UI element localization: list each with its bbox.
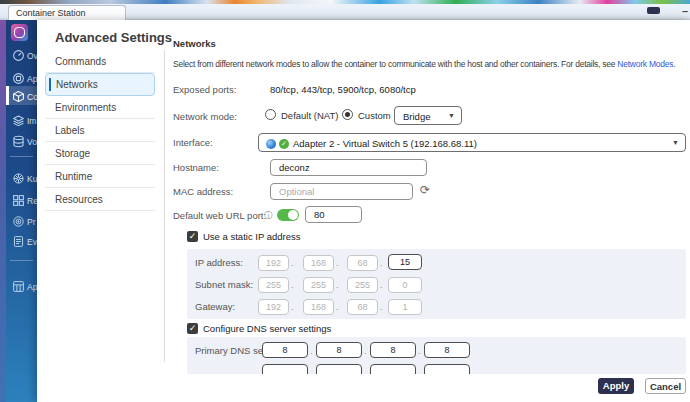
- sidebar-item-registries[interactable]: Re: [6, 192, 37, 210]
- octet-separator: .: [291, 258, 294, 268]
- subnet-mask-label: Subnet mask:: [195, 279, 253, 290]
- gateway-label: Gateway:: [195, 301, 235, 312]
- gateway-octet-3: 68: [347, 299, 378, 315]
- ip-octet-4[interactable]: 15: [388, 254, 422, 270]
- octet-separator: .: [380, 302, 383, 312]
- section-description: Select from different network modes to a…: [173, 59, 675, 69]
- secondary-dns-octet-3[interactable]: [370, 364, 416, 374]
- cancel-button[interactable]: Cancel: [645, 378, 686, 394]
- ip-address-label: IP address:: [195, 257, 243, 268]
- web-url-port-input[interactable]: 80: [305, 206, 362, 223]
- octet-separator: .: [380, 258, 383, 268]
- ip-octet-1: 192: [258, 255, 289, 271]
- web-url-port-toggle[interactable]: [277, 209, 299, 221]
- chevron-down-icon: ▼: [448, 112, 455, 119]
- static-ip-panel: IP address: 192 . 168 . 68 . 15 Subnet m…: [187, 249, 686, 319]
- window-tab-container-station[interactable]: Container Station: [8, 5, 126, 20]
- refresh-icon[interactable]: ⟳: [420, 183, 430, 197]
- octet-separator: .: [418, 346, 421, 356]
- sidebar-item-label: Pr: [27, 217, 36, 227]
- helm-wheel-icon: [12, 172, 25, 185]
- image-layers-icon: [12, 114, 25, 127]
- radio-custom-label: Custom: [358, 110, 391, 121]
- nav-item-runtime[interactable]: Runtime: [45, 165, 155, 188]
- octet-separator: .: [291, 280, 294, 290]
- sidebar-item-label: Ap: [27, 282, 37, 292]
- screen: Container Station – Ov Ap Co Im Vo: [0, 0, 690, 402]
- dialog-title: Advanced Settings: [55, 30, 172, 45]
- octet-separator: .: [310, 346, 313, 356]
- info-icon[interactable]: ⓘ: [264, 210, 273, 222]
- dns-checkbox[interactable]: ✓: [187, 323, 198, 334]
- gateway-octet-2: 168: [303, 299, 334, 315]
- nav-item-environments[interactable]: Environments: [45, 96, 155, 119]
- mac-address-input[interactable]: Optional: [270, 183, 413, 200]
- volume-database-icon: [12, 135, 25, 148]
- window-control-pill[interactable]: [647, 7, 660, 14]
- dns-octet-1[interactable]: 8: [262, 342, 308, 358]
- gateway-octet-4: 1: [388, 299, 422, 315]
- sidebar-item-preferences[interactable]: Pr: [6, 213, 37, 231]
- minimize-icon[interactable]: –: [682, 4, 688, 18]
- static-ip-checkbox[interactable]: ✓: [187, 231, 198, 242]
- network-modes-link[interactable]: Network Modes.: [617, 59, 675, 69]
- sidebar-item-events[interactable]: Ev: [6, 233, 37, 251]
- sidebar-item-containers[interactable]: Co: [6, 86, 37, 105]
- bridge-mode-select[interactable]: Bridge ▼: [394, 106, 462, 125]
- container-station-logo[interactable]: [11, 24, 28, 41]
- exposed-ports-value: 80/tcp, 443/tcp, 5900/tcp, 6080/tcp: [270, 84, 416, 95]
- interface-select[interactable]: ✓ Adapter 2 - Virtual Switch 5 (192.168.…: [258, 133, 686, 152]
- sidebar-item-label: Im: [27, 116, 36, 126]
- sidebar-item-images[interactable]: Im: [6, 112, 37, 130]
- gauge-icon: [12, 49, 25, 62]
- dialog-divider: [164, 50, 165, 362]
- container-cube-icon: [12, 90, 25, 103]
- dns-octet-4[interactable]: 8: [424, 342, 470, 358]
- nav-item-storage[interactable]: Storage: [45, 142, 155, 165]
- exposed-ports-label: Exposed ports:: [173, 84, 236, 95]
- dns-octet-3[interactable]: 8: [370, 342, 416, 358]
- nav-item-labels[interactable]: Labels: [45, 119, 155, 142]
- web-url-port-label: Default web URL port:: [173, 210, 266, 221]
- window-tab-title: Container Station: [16, 8, 86, 18]
- octet-separator: .: [336, 280, 339, 290]
- sidebar-item-label: Co: [27, 92, 37, 102]
- nav-item-resources[interactable]: Resources: [45, 188, 155, 211]
- octet-separator: .: [364, 346, 367, 356]
- subnet-octet-4: 0: [388, 277, 422, 293]
- hostname-label: Hostname:: [173, 162, 219, 173]
- sidebar-item-label: Re: [27, 196, 37, 206]
- sidebar-item-label: Ov: [27, 51, 37, 61]
- sidebar-item-kubernetes[interactable]: Ku: [6, 170, 37, 188]
- static-ip-checkbox-label: Use a static IP address: [203, 231, 301, 242]
- window-titlebar: Container Station –: [0, 4, 690, 20]
- radio-default-nat-label: Default (NAT): [281, 110, 338, 121]
- secondary-dns-octet-4[interactable]: [424, 364, 470, 374]
- sidebar-divider: [10, 260, 33, 261]
- registry-grid-icon: [12, 194, 25, 207]
- network-mode-label: Network mode:: [173, 111, 237, 122]
- dns-panel: Primary DNS server: 8 . 8 . 8 . 8: [187, 337, 686, 374]
- sidebar-item-overview[interactable]: Ov: [6, 47, 37, 65]
- ip-octet-3: 68: [347, 255, 378, 271]
- interface-label: Interface:: [173, 137, 213, 148]
- secondary-dns-octet-2[interactable]: [316, 364, 362, 374]
- secondary-dns-octet-1[interactable]: [262, 364, 308, 374]
- nav-item-commands[interactable]: Commands: [45, 50, 155, 73]
- sidebar-item-volumes[interactable]: Vo: [6, 133, 37, 151]
- nav-item-networks[interactable]: Networks: [45, 73, 155, 96]
- status-ok-icon: ✓: [279, 139, 289, 149]
- hostname-input[interactable]: deconz: [270, 159, 427, 176]
- apply-button[interactable]: Apply: [598, 378, 634, 394]
- dns-octet-2[interactable]: 8: [316, 342, 362, 358]
- sidebar-item-app-templates[interactable]: Ap: [6, 278, 37, 296]
- sidebar-item-label: Ev: [27, 237, 37, 247]
- radio-custom[interactable]: [342, 109, 353, 120]
- dns-checkbox-label: Configure DNS server settings: [203, 323, 331, 334]
- ip-octet-2: 168: [303, 255, 334, 271]
- chevron-down-icon: ▼: [672, 139, 679, 146]
- app-sidebar: Ov Ap Co Im Vo Ku Re Pr: [6, 20, 37, 402]
- preferences-target-icon: [12, 215, 25, 228]
- section-heading: Networks: [173, 38, 216, 49]
- radio-default-nat[interactable]: [265, 109, 276, 120]
